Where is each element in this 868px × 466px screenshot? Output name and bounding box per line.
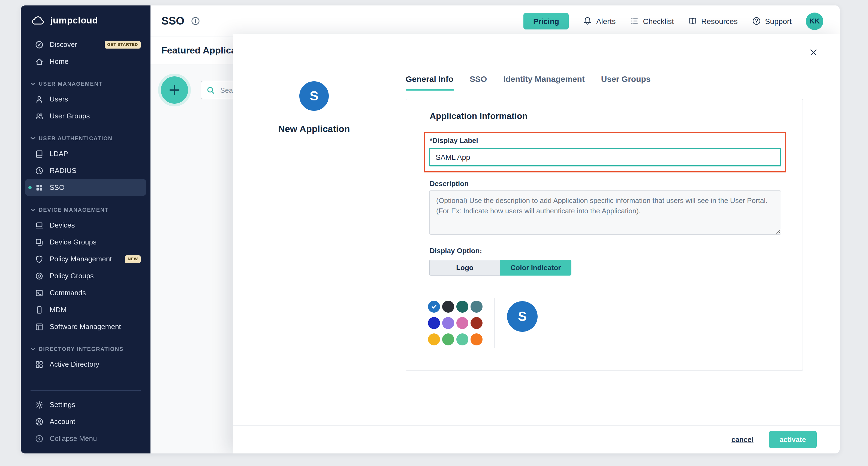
tab-general-info[interactable]: General Info	[406, 74, 453, 91]
pricing-button[interactable]: Pricing	[523, 13, 569, 29]
sidebar-item-label: LDAP	[50, 149, 68, 158]
app-window: jumpcloud Discover GET STARTED Home USER…	[21, 5, 840, 454]
sidebar-item-collapse-menu[interactable]: Collapse Menu	[25, 430, 146, 447]
section-user-management[interactable]: USER MANAGEMENT	[21, 77, 151, 91]
grid-icon	[35, 183, 43, 192]
color-swatch[interactable]	[456, 317, 468, 329]
sidebar-item-active-directory[interactable]: Active Directory	[25, 356, 146, 373]
sidebar-item-commands[interactable]: Commands	[25, 284, 146, 301]
info-icon[interactable]	[191, 17, 200, 26]
bell-icon	[583, 17, 592, 26]
sidebar-item-user-groups[interactable]: User Groups	[25, 108, 146, 124]
chevron-down-icon	[31, 136, 35, 140]
sidebar-item-settings[interactable]: Settings	[25, 396, 146, 413]
card-title: Application Information	[430, 111, 528, 121]
chevron-down-icon	[31, 82, 35, 85]
cancel-button[interactable]: cancel	[728, 435, 757, 444]
home-icon	[35, 57, 43, 66]
color-palette	[428, 301, 483, 345]
dial-icon	[35, 166, 43, 175]
new-application-panel: S New Application General Info SSO Ident…	[234, 34, 840, 454]
user-icon	[35, 95, 43, 104]
section-device-management[interactable]: DEVICE MANAGEMENT	[21, 202, 151, 216]
color-swatch[interactable]	[456, 301, 468, 313]
display-label-label: *Display Label	[430, 137, 478, 145]
layers-icon	[35, 238, 43, 246]
sidebar-item-devices[interactable]: Devices	[25, 216, 146, 234]
alerts-button[interactable]: Alerts	[583, 17, 616, 26]
user-group-icon	[35, 112, 43, 120]
support-button[interactable]: Support	[752, 17, 792, 26]
sidebar-item-mdm[interactable]: MDM	[25, 301, 146, 318]
plus-icon	[168, 84, 181, 96]
account-icon	[35, 417, 43, 426]
question-circle-icon	[752, 17, 761, 26]
cloud-logo-icon	[31, 16, 45, 26]
modal-footer: cancel activate	[234, 425, 840, 454]
resources-button[interactable]: Resources	[688, 17, 738, 26]
sidebar-item-policy-groups[interactable]: Policy Groups	[25, 267, 146, 284]
color-swatch[interactable]	[442, 317, 454, 329]
gear-icon	[35, 400, 43, 409]
color-indicator-option-button[interactable]: Color Indicator	[500, 260, 571, 275]
sidebar-item-label: Policy Management	[50, 255, 112, 263]
sidebar-item-home[interactable]: Home	[25, 53, 146, 70]
color-swatch[interactable]	[442, 301, 454, 313]
windows-grid-icon	[35, 360, 43, 369]
section-user-authentication[interactable]: USER AUTHENTICATION	[21, 131, 151, 145]
description-textarea[interactable]	[429, 191, 781, 235]
application-information-card: Application Information *Display Label D…	[406, 99, 803, 371]
new-badge: NEW	[125, 255, 141, 263]
get-started-badge: GET STARTED	[104, 41, 141, 48]
application-avatar: S	[299, 81, 329, 111]
checklist-icon	[630, 17, 639, 26]
color-swatch[interactable]	[470, 301, 483, 313]
section-directory-integrations[interactable]: DIRECTORY INTEGRATIONS	[21, 342, 151, 356]
color-swatch[interactable]	[442, 333, 454, 345]
sidebar-item-account[interactable]: Account	[25, 413, 146, 430]
sidebar-item-label: Home	[50, 57, 68, 65]
color-swatch[interactable]	[470, 333, 483, 345]
sidebar-footer: Settings Account Collapse Menu	[21, 385, 151, 454]
sidebar-item-label: Commands	[50, 289, 86, 297]
sidebar-item-software-management[interactable]: Software Management	[25, 318, 146, 335]
add-application-button[interactable]	[161, 77, 188, 104]
sidebar-item-label: Collapse Menu	[50, 434, 97, 442]
compass-icon	[35, 40, 43, 49]
sidebar-item-device-groups[interactable]: Device Groups	[25, 234, 146, 251]
color-swatch-selected[interactable]	[428, 301, 440, 313]
sidebar-item-radius[interactable]: RADIUS	[25, 162, 146, 179]
header-actions: Pricing Alerts Checklist	[523, 12, 823, 30]
chevron-down-icon	[31, 208, 35, 211]
sidebar-item-label: Software Management	[50, 322, 121, 331]
sidebar-item-label: Active Directory	[50, 360, 99, 368]
divider	[31, 390, 141, 391]
tab-user-groups[interactable]: User Groups	[601, 74, 651, 91]
sidebar-item-sso[interactable]: SSO	[25, 179, 146, 196]
sidebar-item-label: MDM	[50, 305, 66, 314]
logo-option-button[interactable]: Logo	[429, 260, 500, 275]
color-swatch[interactable]	[428, 317, 440, 329]
sidebar: jumpcloud Discover GET STARTED Home USER…	[21, 5, 151, 454]
top-header: SSO Pricing Alerts	[151, 5, 840, 37]
jumpcloud-logo[interactable]: jumpcloud	[21, 5, 151, 36]
tab-identity-management[interactable]: Identity Management	[503, 74, 585, 91]
user-avatar[interactable]: KK	[806, 12, 823, 30]
sidebar-item-label: Users	[50, 95, 68, 103]
color-swatch[interactable]	[428, 333, 440, 345]
active-indicator-dot	[28, 186, 32, 189]
color-swatch[interactable]	[456, 333, 468, 345]
display-label-input[interactable]	[429, 148, 781, 167]
sidebar-item-discover[interactable]: Discover GET STARTED	[25, 36, 146, 53]
sidebar-item-ldap[interactable]: LDAP	[25, 145, 146, 162]
chevron-down-icon	[31, 347, 35, 351]
close-icon[interactable]	[807, 46, 820, 59]
sidebar-item-users[interactable]: Users	[25, 91, 146, 108]
activate-button[interactable]: activate	[769, 431, 817, 448]
tab-sso[interactable]: SSO	[470, 74, 487, 91]
color-swatch[interactable]	[470, 317, 483, 329]
sidebar-item-label: RADIUS	[50, 167, 76, 175]
checklist-button[interactable]: Checklist	[630, 17, 674, 26]
color-preview-avatar: S	[507, 301, 537, 332]
sidebar-item-policy-management[interactable]: Policy Management NEW	[25, 251, 146, 267]
